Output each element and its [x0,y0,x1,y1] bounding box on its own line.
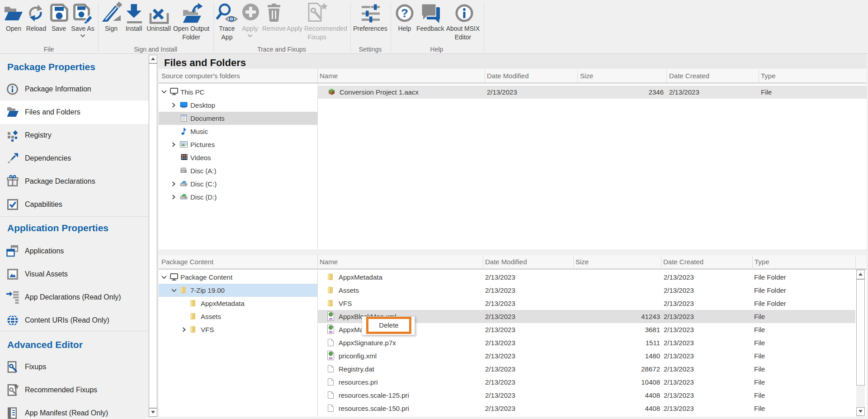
svg-text:?: ? [401,6,408,20]
